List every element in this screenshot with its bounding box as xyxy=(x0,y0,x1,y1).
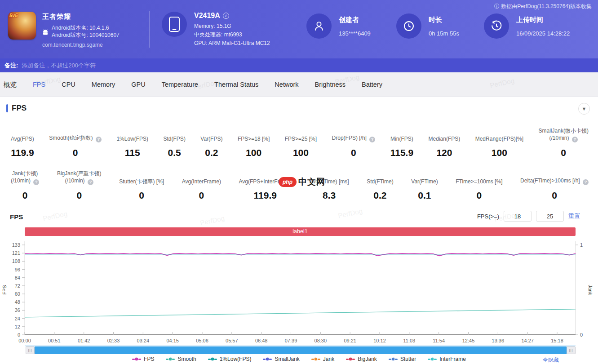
fps-threshold-input-1[interactable] xyxy=(504,211,532,222)
metric-value: 0 xyxy=(57,190,102,201)
metric-label-line1: MedRange(FPS)[%] xyxy=(475,135,523,142)
metric-value: 0 xyxy=(539,147,589,158)
android-icon xyxy=(42,29,49,35)
metric-label-line1: FPS>=25 [%] xyxy=(285,135,317,142)
scrollbar-left-handle[interactable]: ||| xyxy=(26,346,35,354)
fps-ge-label: FPS(>=) xyxy=(477,213,499,220)
scrollbar-right-handle[interactable]: ||| xyxy=(567,346,576,354)
metric-label: Var(FTime) xyxy=(411,170,438,185)
metric-cell: Stutter(卡顿率) [%] 0 xyxy=(117,170,166,201)
metric-value: 0 xyxy=(456,190,502,201)
metric-value: 0 xyxy=(11,190,39,201)
metric-value: 0 xyxy=(182,190,221,201)
metric-label: Avg(InterFrame) xyxy=(182,170,221,185)
metric-label: FPS>=18 [%] xyxy=(238,127,270,142)
x-tick-label: 04:15 xyxy=(166,338,179,343)
metric-label: Min(FPS) xyxy=(390,127,413,142)
metric-value: 0.5 xyxy=(164,147,186,158)
tab-battery[interactable]: Battery xyxy=(362,81,382,88)
question-icon[interactable]: ? xyxy=(33,179,39,185)
tab-memory[interactable]: Memory xyxy=(92,81,115,88)
legend-item-1-low-fps-[interactable]: 1%Low(FPS) xyxy=(208,356,252,362)
metric-value: 115.9 xyxy=(390,147,413,158)
remark-label: 备注: xyxy=(4,62,18,70)
metric-value: 100 xyxy=(475,147,523,158)
metric-label: Avg(FPS) xyxy=(11,127,34,142)
x-tick-label: 09:21 xyxy=(344,338,356,343)
metric-label: Smooth(稳定指数) ? xyxy=(49,127,102,142)
metric-cell: Var(FTime) 0.1 xyxy=(409,170,439,201)
remark-bar[interactable]: 备注: 添加备注，不超过200个字符 xyxy=(0,58,598,72)
creator-block: 创建者 135****6409 xyxy=(306,13,371,39)
x-tick-label: 05:06 xyxy=(196,338,208,343)
android-version-code: Android版本号: 1004010607 xyxy=(52,31,120,39)
metric-label: 1%Low(FPS) xyxy=(116,127,148,142)
metric-cell: MedRange(FPS)[%] 100 xyxy=(474,127,525,158)
metric-label: SmallJank(微小卡顿)(/10min) ? xyxy=(539,127,589,142)
legend-item-jank[interactable]: Jank xyxy=(311,356,334,362)
legend-swatch xyxy=(208,359,217,360)
legend-swatch xyxy=(166,359,175,360)
metric-value: 119.9 xyxy=(11,147,34,158)
question-icon[interactable]: ? xyxy=(369,137,375,142)
fps-threshold-input-2[interactable] xyxy=(536,211,564,222)
question-icon[interactable]: ? xyxy=(572,137,578,142)
tab-network[interactable]: Network xyxy=(275,81,298,88)
x-tick-label: 11:54 xyxy=(433,338,445,343)
metric-value: 100 xyxy=(238,147,270,158)
app-name: 王者荣耀 xyxy=(42,13,120,21)
legend-item-smalljank[interactable]: SmallJank xyxy=(263,356,299,362)
y-tick-label: 96 xyxy=(15,267,20,272)
right-tick-label: 0 xyxy=(580,332,583,337)
tab-gpu[interactable]: GPU xyxy=(131,81,145,88)
metric-label-line1: Std(FPS) xyxy=(164,135,186,142)
game-icon-badge: 5v5 xyxy=(9,13,18,18)
metric-cell: Avg(InterFrame) 0 xyxy=(180,170,223,201)
device-info-icon[interactable]: i xyxy=(223,13,229,19)
legend-item-stutter[interactable]: Stutter xyxy=(389,356,416,362)
legend-item-smooth[interactable]: Smooth xyxy=(166,356,196,362)
metric-label-line1: Jank(卡顿) xyxy=(11,170,39,177)
perfdog-watermark: PerfDog xyxy=(337,207,363,219)
collapse-section-button[interactable]: ▼ xyxy=(578,103,590,115)
chart-range-scrollbar[interactable]: ||| ||| xyxy=(26,346,576,354)
device-memory: Memory: 15.1G xyxy=(194,22,270,31)
scrollbar-track[interactable] xyxy=(35,346,567,354)
user-icon xyxy=(306,13,332,39)
tab-概览[interactable]: 概览 xyxy=(4,80,17,89)
hide-all-link[interactable]: 全隐藏 xyxy=(543,356,559,364)
fps-section-header: FPS xyxy=(6,104,27,113)
question-icon[interactable]: ? xyxy=(88,179,93,185)
device-cpu: 中央处理器: mt6993 xyxy=(194,31,270,39)
legend-item-fps[interactable]: FPS xyxy=(132,356,154,362)
tab-thermal-status[interactable]: Thermal Status xyxy=(214,81,258,88)
metric-label: Std(FTime) xyxy=(367,170,394,185)
metric-label-line1: Stutter(卡顿率) [%] xyxy=(119,178,164,185)
question-icon[interactable]: ? xyxy=(96,137,102,142)
tab-brightness[interactable]: Brightness xyxy=(315,81,346,88)
header: ⓘ 数据由PerfDog(11.3.250764)版本收集 5v5 王者荣耀 A… xyxy=(0,0,598,58)
legend-item-bigjank[interactable]: BigJank xyxy=(346,356,377,362)
metric-cell: FPS>=18 [%] 100 xyxy=(236,127,271,158)
tab-temperature[interactable]: Temperature xyxy=(162,81,198,88)
duration-block: 时长 0h 15m 55s xyxy=(396,13,459,39)
metric-value: 0.2 xyxy=(200,147,222,158)
metric-cell: Var(FPS) 0.2 xyxy=(199,127,224,158)
metric-cell: Jank(卡顿)(/10min) ?0 xyxy=(9,170,41,201)
x-tick-label: 15:18 xyxy=(551,338,563,343)
metric-cell: Smooth(稳定指数) ?0 xyxy=(47,127,103,158)
x-tick-label: 00:00 xyxy=(18,338,31,343)
legend-label: FPS xyxy=(144,356,154,362)
reset-button[interactable]: 重置 xyxy=(568,212,580,220)
tab-cpu[interactable]: CPU xyxy=(62,81,75,88)
metric-cell: Avg(FTime) [ms] 8.3 xyxy=(308,170,351,201)
device-info-block: V2419A i Memory: 15.1G 中央处理器: mt6993 GPU… xyxy=(162,12,270,48)
fps-line-chart[interactable]: 133121108968472604836241201000:0000:5101… xyxy=(0,237,598,345)
metric-label: FPS>=25 [%] xyxy=(285,127,317,142)
x-tick-label: 11:03 xyxy=(403,338,415,343)
y-tick-label: 121 xyxy=(12,250,20,256)
question-icon[interactable]: ? xyxy=(583,179,589,185)
tab-fps[interactable]: FPS xyxy=(33,81,45,88)
legend-item-interframe[interactable]: InterFrame xyxy=(428,356,466,362)
metric-cell: SmallJank(微小卡顿)(/10min) ?0 xyxy=(537,127,590,158)
